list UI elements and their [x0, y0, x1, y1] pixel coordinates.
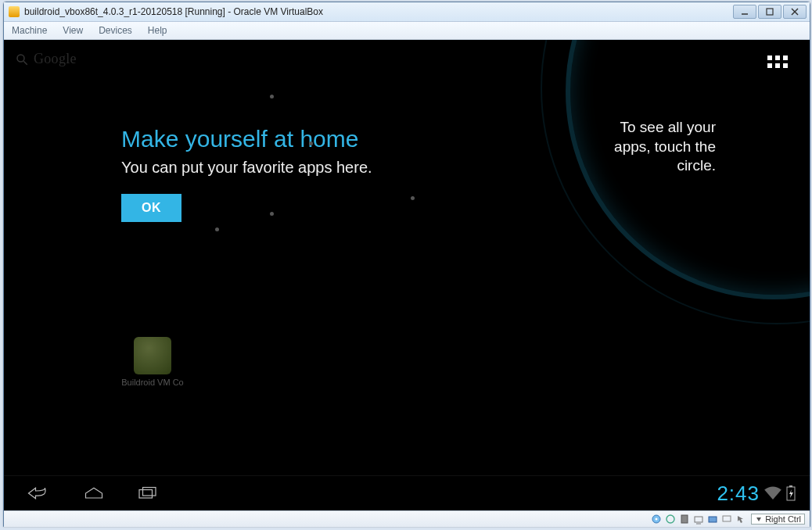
hdd-icon[interactable] — [651, 514, 662, 525]
guest-screen[interactable]: Google To see all your apps, touch the c… — [4, 40, 810, 510]
android-chef-icon — [134, 337, 171, 374]
menubar: Machine View Devices Help — [4, 22, 810, 40]
mouse-integration-icon[interactable] — [735, 514, 746, 525]
menu-machine[interactable]: Machine — [4, 25, 55, 36]
svg-rect-1 — [767, 9, 773, 15]
menu-view[interactable]: View — [55, 25, 91, 36]
svg-point-12 — [666, 515, 674, 523]
host-key-indicator[interactable]: Right Ctrl — [751, 514, 805, 525]
svg-rect-16 — [709, 517, 717, 522]
menu-help[interactable]: Help — [140, 25, 175, 36]
svg-rect-7 — [143, 488, 156, 496]
android-navbar: 2:43 — [4, 475, 810, 510]
svg-rect-9 — [789, 485, 792, 487]
svg-rect-6 — [139, 490, 153, 499]
svg-rect-14 — [695, 517, 702, 522]
virtualbox-icon — [9, 6, 20, 17]
battery-charging-icon[interactable] — [786, 485, 796, 501]
window-title: buildroid_vbox86t_4.0.3_r1-20120518 [Run… — [24, 6, 733, 17]
welcome-dialog: Make yourself at home You can put your f… — [121, 126, 372, 222]
vbox-statusbar: Right Ctrl — [4, 510, 810, 527]
search-icon — [15, 52, 29, 66]
minimize-button[interactable] — [733, 5, 756, 19]
home-app-label: Buildroid VM Co — [117, 378, 188, 387]
google-search[interactable]: Google — [15, 51, 77, 67]
close-button[interactable] — [783, 5, 807, 19]
apps-tip: To see all your apps, touch the circle. — [583, 118, 716, 176]
search-label: Google — [34, 51, 77, 67]
back-button[interactable] — [27, 485, 51, 501]
apps-button[interactable] — [767, 56, 788, 68]
titlebar[interactable]: buildroid_vbox86t_4.0.3_r1-20120518 [Run… — [4, 2, 810, 22]
home-app-shortcut[interactable]: Buildroid VM Co — [117, 337, 188, 387]
svg-rect-13 — [681, 515, 688, 523]
dialog-body: You can put your favorite apps here. — [121, 159, 372, 177]
svg-rect-17 — [723, 516, 731, 521]
optical-icon[interactable] — [665, 514, 676, 525]
host-key-label: Right Ctrl — [765, 514, 801, 524]
svg-point-4 — [17, 55, 24, 62]
window-controls — [733, 5, 807, 19]
svg-line-5 — [23, 61, 27, 65]
maximize-button[interactable] — [758, 5, 781, 19]
network-icon[interactable] — [693, 514, 704, 525]
display-icon[interactable] — [721, 514, 732, 525]
vm-window: buildroid_vbox86t_4.0.3_r1-20120518 [Run… — [3, 2, 810, 527]
menu-devices[interactable]: Devices — [91, 25, 140, 36]
svg-point-11 — [656, 518, 658, 521]
home-button[interactable] — [82, 485, 106, 501]
usb-icon[interactable] — [679, 514, 690, 525]
down-arrow-icon — [755, 515, 763, 523]
clock[interactable]: 2:43 — [717, 482, 760, 506]
ok-button[interactable]: OK — [121, 194, 181, 222]
wallpaper-ring-outer — [541, 40, 810, 324]
wifi-icon[interactable] — [764, 486, 781, 500]
shared-folders-icon[interactable] — [707, 514, 718, 525]
recents-button[interactable] — [137, 485, 160, 501]
dialog-title: Make yourself at home — [121, 126, 372, 152]
